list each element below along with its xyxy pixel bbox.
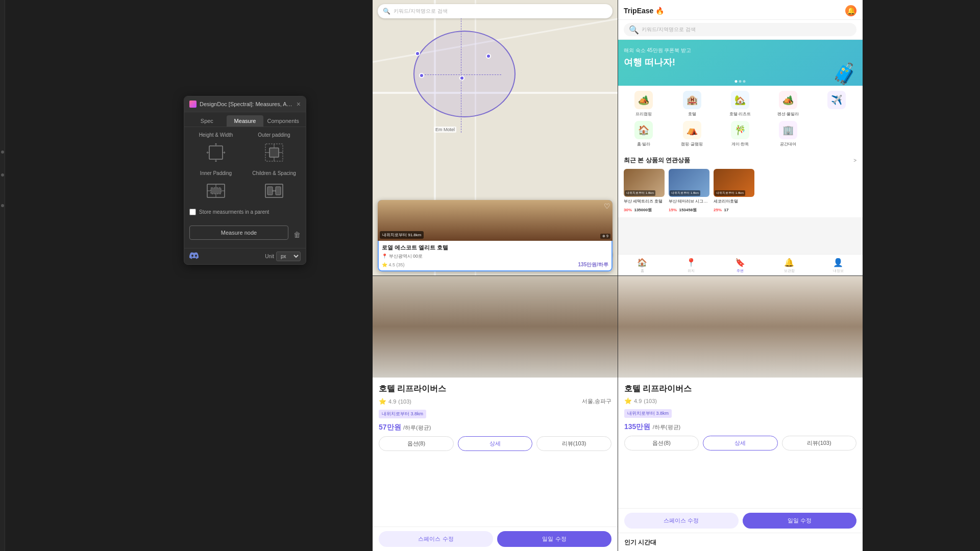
te-cat-space-icon: 🏢 xyxy=(779,121,797,139)
te-hotel-discount-2: 15% xyxy=(669,208,677,212)
te-cat-hanok-icon: 🎋 xyxy=(731,121,749,139)
close-button[interactable]: × xyxy=(297,101,301,108)
unit-select[interactable]: px rem em % xyxy=(276,252,301,261)
te-nav-location-icon: 📍 xyxy=(686,258,696,267)
space-edit-button-2[interactable]: 스페이스 수정 xyxy=(624,513,739,529)
te-cat-resort-icon: 🏡 xyxy=(731,91,749,109)
map-pin-3 xyxy=(486,54,491,59)
children-spacing-label: Children & Spacing xyxy=(252,170,296,176)
te-hotel-badge-3: 내위치로부터 1.8km xyxy=(715,190,745,196)
hotel-listing-img-1 xyxy=(373,276,618,378)
te-related-section-header: 최근 본 상품의 연관상품 > xyxy=(618,152,863,167)
te-cat-home[interactable]: 🏠 홈·빌라 xyxy=(622,121,666,147)
te-bottom-nav: 🏠 홈 📍 위치 🔖 주변 🔔 보관함 👤 내정보 xyxy=(618,254,863,276)
inner-padding-icon xyxy=(203,178,229,204)
tab-components[interactable]: Components xyxy=(264,115,302,127)
height-width-item: Height & Width xyxy=(189,132,242,165)
te-hotel-price-2: 153458원 xyxy=(679,208,697,212)
te-notification-icon[interactable]: 🔔 xyxy=(845,5,856,16)
measure-section: Height & Width xyxy=(189,132,301,204)
te-hotel-card-2[interactable]: 내위치로부터 1.8km 부산 테마러브 시그니처 15% 153458원 xyxy=(669,169,709,213)
hotel-meta: ⭐ 4.5 (35) 135만원/하루 xyxy=(382,261,608,268)
te-banner: 해외 숙소 45만원 쿠폰북 받고 여행 떠나자! 🧳 xyxy=(618,40,863,86)
store-measurements-label: Store measurments in a parent xyxy=(199,209,269,215)
tab-measure[interactable]: Measure xyxy=(227,115,264,127)
hotel-listing-meta-1: ⭐ 4.9 (103) 서울,송파구 xyxy=(379,397,611,405)
measure-node-button[interactable]: Measure node xyxy=(189,226,288,240)
tab-spec[interactable]: Spec xyxy=(188,115,226,127)
te-nav-saved[interactable]: 🔔 보관함 xyxy=(765,257,814,274)
te-dot-1 xyxy=(735,80,738,83)
te-nav-location[interactable]: 📍 위치 xyxy=(667,257,716,274)
map-screen: Em Motel 🔍 키워드/지역명으로 검색 ⊕ 346 × 260 ▼ ♡ … xyxy=(373,0,618,276)
daily-edit-button-2[interactable]: 일일 수정 xyxy=(743,513,857,529)
hotel-review-button-1[interactable]: 리뷰(103) xyxy=(536,436,611,451)
te-cat-hotel[interactable]: 🏨 호텔 xyxy=(670,91,714,117)
te-cat-glamping-icon: ⛺ xyxy=(683,121,701,139)
te-section-more-icon[interactable]: > xyxy=(853,158,856,163)
hotel-rating: ⭐ 4.5 (35) xyxy=(382,262,405,267)
te-nav-nearby[interactable]: 🔖 주변 xyxy=(716,257,765,274)
te-nav-nearby-label: 주변 xyxy=(737,268,744,273)
hotel-listing-img-2 xyxy=(618,276,863,378)
te-cat-pension-label: 펜션·풀빌라 xyxy=(777,111,799,117)
daily-edit-button-1[interactable]: 일일 수정 xyxy=(497,531,611,547)
hotel-name: 로열 에스코트 엘리트 호텔 xyxy=(382,244,608,252)
hotel-listing-price-2: 135만원 xyxy=(624,422,650,431)
children-spacing-item: Children & Spacing xyxy=(248,170,301,204)
hotel-card[interactable]: 346 × 260 ▼ ♡ 내위치로부터 91.8km ⊕ 9 로열 에스코트 … xyxy=(378,200,612,271)
te-search-section: 🔍 키워드/지역명으로 검색 xyxy=(618,20,863,40)
hotel-actions-2: 옵션(8) 상세 리뷰(103) xyxy=(624,436,856,450)
popular-time-label: 인기 시간대 xyxy=(624,539,656,546)
te-cat-camping-icon: 🏕️ xyxy=(634,91,653,109)
panel-header: DesignDoc [Spectral]: Measures, Annotati… xyxy=(184,96,306,112)
te-logo-flame-icon: 🔥 xyxy=(655,7,664,15)
te-search-icon: 🔍 xyxy=(629,25,639,35)
te-nav-home[interactable]: 🏠 홈 xyxy=(618,257,667,274)
hotel-options-button-1[interactable]: 옵션(8) xyxy=(379,436,454,451)
te-cat-glamping[interactable]: ⛺ 캠핑·글램핑 xyxy=(670,121,714,147)
svg-rect-12 xyxy=(211,188,221,194)
inner-padding-label: Inner Padding xyxy=(200,170,232,176)
te-nav-profile[interactable]: 👤 내정보 xyxy=(814,257,863,274)
hotel-options-button-2[interactable]: 옵션(8) xyxy=(624,436,699,450)
te-nav-home-icon: 🏠 xyxy=(637,258,647,267)
hotel-listing-name-2: 호텔 리프라이버스 xyxy=(624,384,856,394)
te-cat-pension[interactable]: 🏕️ 펜션·풀빌라 xyxy=(766,91,810,117)
hotel-listing-meta-2: ⭐ 4.9 (103) xyxy=(624,397,856,405)
height-width-icon xyxy=(203,140,229,165)
space-edit-button-1[interactable]: 스페이스 수정 xyxy=(379,531,493,547)
te-cat-flight[interactable]: ✈️ xyxy=(815,91,859,117)
hotel-detail-button-2[interactable]: 상세 xyxy=(703,436,777,450)
te-cat-resort[interactable]: 🏡 호텔·리츠트 xyxy=(718,91,762,117)
sidebar-dot xyxy=(1,151,4,154)
store-measurements-checkbox[interactable] xyxy=(189,209,196,215)
tripease-screen: TripEase 🔥 🔔 🔍 키워드/지역명으로 검색 해외 숙소 45만원 쿠… xyxy=(618,0,863,276)
te-nav-saved-icon: 🔔 xyxy=(784,258,794,267)
panel-title: DesignDoc [Spectral]: Measures, Annotati… xyxy=(200,101,293,107)
te-hotel-img-3: 내위치로부터 1.8km xyxy=(714,169,754,197)
wishlist-heart-icon[interactable]: ♡ xyxy=(604,202,610,210)
te-cat-hotel-label: 호텔 xyxy=(688,111,696,117)
map-search-bar[interactable]: 🔍 키워드/지역명으로 검색 xyxy=(378,4,612,18)
svg-rect-19 xyxy=(276,187,281,195)
te-header: TripEase 🔥 🔔 xyxy=(618,0,863,20)
te-search-bar[interactable]: 🔍 키워드/지역명으로 검색 xyxy=(624,23,856,36)
outer-padding-icon xyxy=(261,140,287,165)
te-hotel-card-1[interactable]: 내위치로부터 1.8km 부산 세텍트리즈 호텔 30% 135000원 xyxy=(624,169,665,213)
hotel-location-badge: 내위치로부터 91.8km xyxy=(380,231,424,239)
hotel-detail-button-1[interactable]: 상세 xyxy=(458,436,533,451)
te-nav-nearby-icon: 🔖 xyxy=(735,258,745,267)
te-cat-space[interactable]: 🏢 공간대여 xyxy=(766,121,810,147)
popular-time-section: 인기 시간대 xyxy=(618,533,863,551)
hotel-address: 📍 부산광역시 00로 xyxy=(382,253,608,260)
hotel-listing-2: 호텔 리프라이버스 ⭐ 4.9 (103) 내위치로부터 3.8km 135만원… xyxy=(618,276,863,551)
hotel-review-button-2[interactable]: 리뷰(103) xyxy=(782,436,856,450)
te-hotel-card-3[interactable]: 내위치로부터 1.8km 세코리아호텔 25% 17 xyxy=(714,169,754,213)
te-cat-glamping-label: 캠핑·글램핑 xyxy=(681,141,702,147)
grid-separator-vertical xyxy=(618,0,618,551)
delete-icon[interactable]: 🗑 xyxy=(293,231,301,239)
te-cat-camping[interactable]: 🏕️ 프리캠핑 xyxy=(622,91,666,117)
te-cat-hanok[interactable]: 🎋 게이·한옥 xyxy=(718,121,762,147)
panel-content: Height & Width xyxy=(184,127,306,226)
